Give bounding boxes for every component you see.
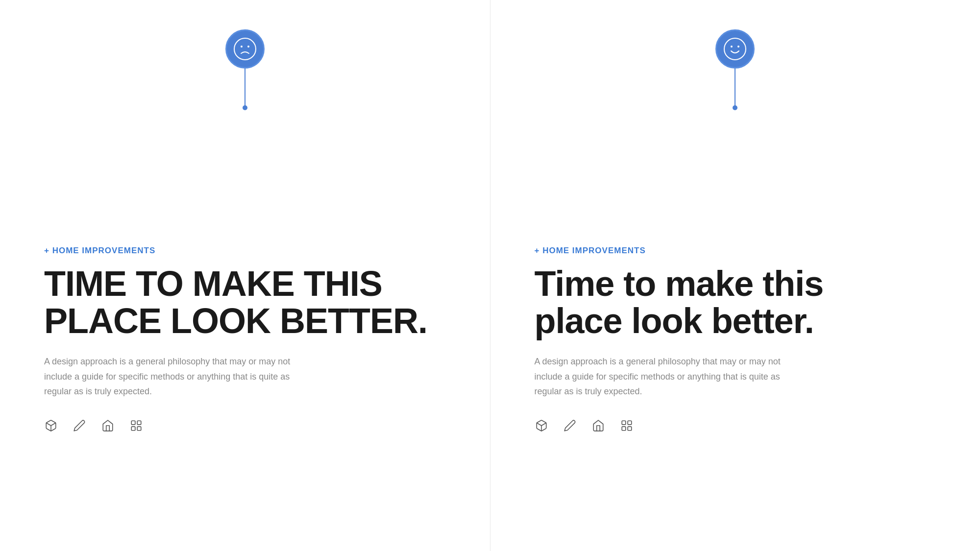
page-container: + HOME IMPROVEMENTS TIME TO MAKE THIS PL… [0,0,980,551]
left-pin-stem [245,69,245,108]
sad-face-icon [233,37,257,61]
svg-rect-12 [622,421,626,425]
happy-face-icon [723,37,747,61]
right-home-icon [591,419,605,432]
right-panel: + HOME IMPROVEMENTS Time to make this pl… [490,0,980,551]
right-icon-row [535,419,936,432]
svg-point-0 [234,38,256,60]
svg-point-2 [247,46,249,48]
svg-rect-7 [137,427,141,431]
svg-rect-15 [628,427,632,431]
left-panel: + HOME IMPROVEMENTS TIME TO MAKE THIS PL… [0,0,490,551]
right-pencil-icon [563,419,577,432]
svg-rect-5 [137,421,141,425]
left-content: + HOME IMPROVEMENTS TIME TO MAKE THIS PL… [44,119,446,432]
svg-point-10 [737,46,739,48]
svg-rect-4 [131,421,135,425]
left-pencil-icon [73,419,86,432]
right-box-icon [535,419,548,432]
left-heading: TIME TO MAKE THIS PLACE LOOK BETTER. [44,265,446,339]
left-description: A design approach is a general philosoph… [44,354,318,399]
right-tag: + HOME IMPROVEMENTS [535,246,936,256]
right-pin-stem [735,69,735,108]
left-home-icon [101,419,115,432]
right-pin [715,29,755,108]
left-tag: + HOME IMPROVEMENTS [44,246,446,256]
left-box-icon [44,419,58,432]
svg-rect-13 [628,421,632,425]
right-description: A design approach is a general philosoph… [535,354,809,399]
left-palette-icon [129,419,143,432]
svg-rect-14 [622,427,626,431]
right-content: + HOME IMPROVEMENTS Time to make this pl… [535,119,936,432]
svg-rect-6 [131,427,135,431]
svg-point-8 [724,38,746,60]
svg-point-1 [241,46,243,48]
svg-point-9 [731,46,733,48]
left-pin-circle [225,29,265,69]
left-icon-row [44,419,446,432]
right-pin-circle [715,29,755,69]
right-palette-icon [620,419,634,432]
right-heading: Time to make this place look better. [535,265,936,339]
left-pin [225,29,265,108]
